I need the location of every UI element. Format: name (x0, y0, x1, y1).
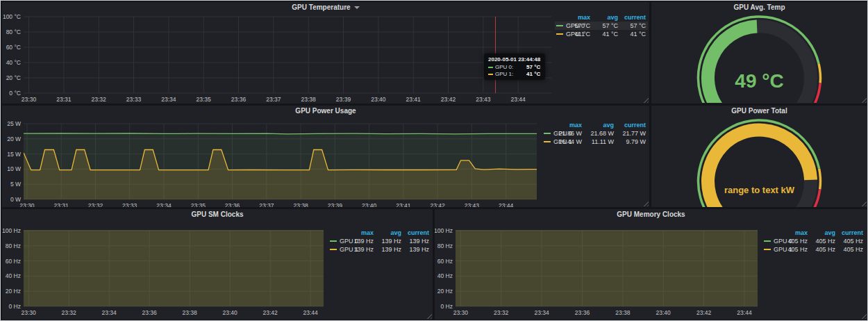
tooltip-series-value: 41 °C (521, 71, 540, 77)
series-swatch (488, 67, 493, 68)
y-tick-label: 100 Hz (435, 227, 453, 234)
x-tick-label: 23:37 (259, 202, 274, 207)
x-tick-label: 23:33 (122, 202, 137, 207)
x-tick-label: 23:32 (92, 96, 107, 103)
y-tick-label: 0 °C (9, 90, 21, 97)
panel-title-gpu-temperature[interactable]: GPU Temperature (2, 2, 649, 12)
series-swatch (488, 74, 493, 75)
legend-avg-value: 41 °C (592, 30, 620, 38)
x-tick-label: 23:44 (499, 202, 514, 207)
legend-series-toggle[interactable]: GPU 1 (542, 138, 552, 146)
panel-gpu-temperature: GPU Temperature 100 °C80 °C60 °C40 °C20 … (2, 2, 649, 104)
series-swatch (544, 133, 551, 134)
legend-current-value: 405 Hz (837, 237, 865, 245)
x-tick-label: 23:34 (102, 309, 117, 316)
series-swatch (764, 249, 771, 250)
legend-series-toggle[interactable]: GPU 0 (555, 22, 565, 30)
gpu-power-usage-chart[interactable]: 25 W20 W15 W10 W5 W0 W23:3023:3123:3223:… (2, 115, 554, 207)
legend-header[interactable]: avg (584, 121, 616, 129)
x-tick-label: 23:38 (293, 202, 308, 207)
gpu-temperature-chart[interactable]: 100 °C80 °C60 °C40 °C20 °C0 °C23:3023:31… (2, 12, 554, 103)
x-tick-label: 23:42 (263, 309, 278, 316)
legend-header[interactable]: avg (376, 229, 403, 237)
legend-series-toggle[interactable]: GPU 0 (328, 237, 348, 245)
x-tick-label: 23:38 (301, 96, 317, 103)
legend-header[interactable]: current (616, 121, 648, 129)
legend-max-value: 21.86 W (552, 129, 584, 138)
gpu-temperature-legend: maxavgcurrentGPU 057 °C57 °C57 °CGPU 141… (555, 13, 648, 38)
panel-gpu-power-total: GPU Power Total range to text kW (651, 106, 867, 207)
legend-header[interactable]: avg (810, 229, 837, 237)
legend-series-toggle[interactable]: GPU 1 (762, 245, 782, 254)
legend-current-value: 405 Hz (837, 245, 865, 254)
grafana-dashboard: GPU Temperature 100 °C80 °C60 °C40 °C20 … (0, 0, 868, 321)
legend-current-value: 139 Hz (403, 245, 431, 254)
panel-title-text: GPU Power Total (731, 107, 787, 115)
y-tick-label: 60 Hz (437, 258, 453, 265)
x-tick-label: 23:34 (534, 309, 549, 316)
legend-header[interactable]: current (403, 229, 431, 237)
x-tick-label: 23:36 (231, 96, 247, 103)
x-tick-label: 23:36 (225, 202, 240, 207)
panel-resize-handle[interactable] (861, 201, 867, 206)
x-tick-label: 23:30 (453, 309, 469, 316)
legend-max-value: 139 Hz (348, 245, 376, 254)
legend-header[interactable]: max (552, 121, 584, 129)
x-tick-label: 23:43 (476, 96, 491, 103)
panel-title-text: GPU Temperature (292, 3, 350, 11)
x-tick-label: 23:33 (126, 96, 142, 103)
x-tick-label: 23:36 (575, 309, 590, 316)
x-tick-label: 23:39 (336, 96, 351, 103)
series-swatch (330, 249, 337, 250)
legend-header[interactable]: max (782, 229, 810, 237)
y-tick-label: 80 Hz (6, 242, 21, 249)
legend-series-toggle[interactable]: GPU 0 (542, 129, 552, 138)
y-tick-label: 40 °C (6, 59, 21, 66)
panel-title-gpu-power-total[interactable]: GPU Power Total (651, 106, 867, 115)
legend-current-value: 21.77 W (616, 129, 648, 138)
panel-title-gpu-sm-clocks[interactable]: GPU SM Clocks (2, 209, 433, 219)
legend-header[interactable]: max (348, 229, 376, 237)
legend-header[interactable]: max (565, 13, 592, 22)
panel-title-text: GPU Power Usage (295, 107, 356, 115)
legend-avg-value: 57 °C (592, 22, 620, 30)
legend-avg-value: 405 Hz (810, 237, 837, 245)
x-tick-label: 23:41 (396, 202, 411, 207)
x-tick-label: 23:38 (183, 309, 198, 316)
chart-tooltip: 2020-05-01 23:44:48 GPU 0: 57 °C GPU 1: … (484, 54, 545, 80)
x-tick-label: 23:30 (22, 309, 37, 316)
legend-header[interactable]: current (620, 13, 648, 22)
legend-header[interactable]: avg (592, 13, 620, 22)
y-tick-label: 20 °C (6, 74, 21, 81)
x-tick-label: 23:34 (156, 202, 172, 207)
panel-resize-handle[interactable] (861, 313, 867, 319)
y-tick-label: 80 °C (6, 28, 21, 35)
panel-gpu-avg-temp: GPU Avg. Temp 49 °C (651, 2, 867, 104)
tooltip-series-name: GPU 1: (495, 71, 513, 77)
panel-title-gpu-power-usage[interactable]: GPU Power Usage (2, 106, 649, 115)
x-tick-label: 23:40 (362, 202, 377, 207)
panel-resize-handle[interactable] (643, 97, 649, 103)
legend-avg-value: 405 Hz (810, 245, 837, 254)
series-swatch (764, 240, 771, 242)
legend-max-value: 16.44 W (552, 138, 584, 146)
panel-resize-handle[interactable] (861, 97, 867, 103)
x-tick-label: 23:30 (22, 96, 37, 103)
legend-header[interactable]: current (837, 229, 865, 237)
y-tick-label: 10 W (7, 165, 21, 172)
gpu-sm-clocks-chart[interactable]: 100 Hz80 Hz60 Hz40 Hz20 Hz0 Hz23:3023:32… (2, 219, 327, 320)
gpu-power-usage-legend: maxavgcurrentGPU 021.86 W21.68 W21.77 WG… (542, 121, 648, 146)
panel-resize-handle[interactable] (643, 201, 649, 206)
y-tick-label: 60 Hz (6, 258, 21, 265)
gpu-memory-clocks-chart[interactable]: 100 Hz80 Hz60 Hz40 Hz20 Hz0 Hz23:3023:32… (435, 219, 760, 320)
x-tick-label: 23:42 (441, 96, 456, 103)
panel-title-gpu-avg-temp[interactable]: GPU Avg. Temp (651, 2, 867, 12)
legend-series-toggle[interactable]: GPU 0 (762, 237, 782, 245)
legend-series-toggle[interactable]: GPU 1 (328, 245, 348, 254)
legend-avg-value: 139 Hz (376, 237, 403, 245)
panel-title-gpu-memory-clocks[interactable]: GPU Memory Clocks (435, 209, 867, 219)
y-tick-label: 100 °C (3, 13, 21, 20)
panel-resize-handle[interactable] (426, 313, 432, 319)
y-tick-label: 20 Hz (6, 288, 21, 295)
legend-series-toggle[interactable]: GPU 1 (555, 30, 565, 38)
